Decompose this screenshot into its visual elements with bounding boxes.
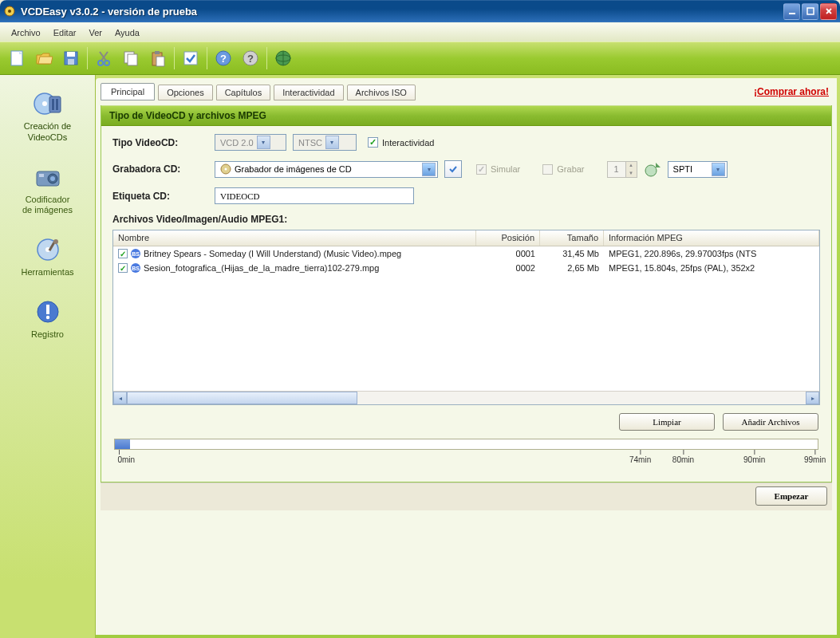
svg-point-47 [225,168,227,171]
horizontal-scrollbar[interactable]: ◂ ▸ [113,391,819,404]
sidebar-item-registro[interactable]: Registro [0,289,95,352]
file-size: 31,45 Mb [540,249,604,258]
window-minimize-button[interactable] [783,3,800,20]
grabar-checkbox [542,164,553,175]
file-pos: 0001 [476,249,540,258]
sidebar-item-label: Herramientas [21,267,73,278]
add-files-button[interactable]: Añadir Archivos [723,413,818,431]
file-info: MPEG1, 15.804s, 25fps (PAL), 352x2 [604,263,819,273]
web-button[interactable] [271,46,295,70]
svg-rect-21 [156,57,164,66]
file-name: Sesion_fotografica_(Hijas_de_la_madre_ti… [144,263,379,273]
copies-spinner: 1 ▲▼ [607,161,637,178]
col-header-name[interactable]: Nombre [113,230,476,246]
window-maximize-button[interactable] [802,3,818,20]
table-row[interactable]: ✓ BS Britney Spears - Someday (I Will Un… [113,246,819,261]
check-button[interactable] [179,46,203,70]
copies-value: 1 [608,162,625,177]
svg-point-48 [645,165,657,176]
tools-disc-icon [32,235,64,264]
svg-rect-3 [807,8,814,14]
disc-timeline: 0min 74min 80min 90min 99min [112,437,820,469]
svg-point-42 [53,239,58,244]
list-header: Nombre Posición Tamaño Información MPEG [113,230,819,246]
file-size: 2,65 Mb [540,263,604,273]
spinner-down: ▼ [625,169,637,177]
svg-point-16 [105,61,109,65]
register-icon [32,297,64,326]
sidebar-item-codificador[interactable]: Codificador de imágenes [0,155,95,228]
sidebar-item-label: Registro [31,329,64,341]
row-checkbox[interactable]: ✓ [118,249,128,258]
col-header-info[interactable]: Información MPEG [604,230,819,246]
sidebar-item-videocds[interactable]: Creación de VideoCDs [0,81,95,155]
svg-rect-20 [155,51,160,54]
new-button[interactable] [5,46,29,70]
refresh-recorder-button[interactable] [444,160,462,178]
sidebar: Creación de VideoCDs Codificador de imág… [0,75,96,638]
window-title: VCDEasy v3.0.2 - versión de prueba [21,6,783,18]
interactividad-label: Interactividad [382,138,434,148]
menubar: Archivo Editar Ver Ayuda [0,22,840,41]
sidebar-item-herramientas[interactable]: Herramientas [0,227,95,289]
paste-button[interactable] [146,46,170,70]
window-close-button[interactable] [820,3,837,20]
col-header-pos[interactable]: Posición [476,230,540,246]
menu-ver[interactable]: Ver [82,26,108,40]
cd-recorder-select[interactable]: Grabador de imágenes de CD ▾ [215,161,438,178]
cd-image-icon [220,163,231,175]
simular-checkbox: ✓ [476,164,487,175]
svg-text:BS: BS [132,251,140,257]
row-checkbox[interactable]: ✓ [118,263,128,273]
scroll-right-button[interactable]: ▸ [806,392,819,404]
tab-capitulos[interactable]: Capítulos [216,85,270,100]
svg-rect-33 [52,99,54,110]
tab-archivos-iso[interactable]: Archivos ISO [347,85,416,100]
svg-marker-49 [656,163,661,167]
cd-recorder-value: Grabador de imágenes de CD [235,164,419,174]
buy-now-link[interactable]: ¡Comprar ahora! [754,86,832,97]
tick-90: 90min [743,450,765,464]
info-button[interactable]: ? [239,46,262,70]
help-button[interactable]: ? [211,46,235,70]
svg-rect-32 [49,96,61,112]
window-titlebar: VCDEasy v3.0.2 - versión de prueba [0,0,840,22]
svg-rect-2 [789,13,795,14]
file-info: MPEG1, 220.896s, 29.97003fps (NTS [604,249,819,258]
clear-button[interactable]: Limpiar [619,413,715,431]
menu-ayuda[interactable]: Ayuda [108,26,146,40]
cd-label-input[interactable] [215,187,414,204]
app-icon [3,5,16,18]
start-button[interactable]: Empezar [755,486,827,506]
videocd-type-select[interactable]: VCD 2.0 ▾ [215,134,286,151]
cut-button[interactable] [92,46,116,70]
main-panel: Principal Opciones Capítulos Interactivi… [96,78,837,635]
svg-marker-9 [38,57,53,64]
interactividad-checkbox[interactable]: ✓ [368,137,378,148]
tab-interactividad[interactable]: Interactividad [274,85,343,100]
copy-button[interactable] [119,46,143,70]
tick-0: 0min [117,450,135,464]
timeline-fill [115,439,130,449]
menu-editar[interactable]: Editar [47,26,83,40]
scroll-thumb[interactable] [127,392,357,404]
col-header-size[interactable]: Tamaño [540,230,604,246]
open-button[interactable] [32,46,56,70]
chevron-down-icon: ▾ [257,136,270,149]
svg-rect-12 [68,59,74,65]
burn-icon[interactable] [644,160,661,178]
tabs-row: Principal Opciones Capítulos Interactivi… [101,83,832,105]
tab-opciones[interactable]: Opciones [158,85,212,100]
table-row[interactable]: ✓ BS Sesion_fotografica_(Hijas_de_la_mad… [113,261,819,275]
tab-principal[interactable]: Principal [101,83,155,100]
svg-rect-22 [184,52,197,65]
svg-point-15 [98,61,103,65]
sidebar-item-label: Codificador de imágenes [22,195,73,217]
menu-archivo[interactable]: Archivo [5,26,47,40]
scroll-left-button[interactable]: ◂ [113,392,127,404]
spti-select[interactable]: SPTI ▾ [668,161,728,178]
grabadora-label: Grabadora CD: [112,163,208,175]
tv-standard-select[interactable]: NTSC ▾ [293,134,357,151]
save-button[interactable] [59,46,83,70]
file-name: Britney Spears - Someday (I Will Underst… [144,249,401,258]
